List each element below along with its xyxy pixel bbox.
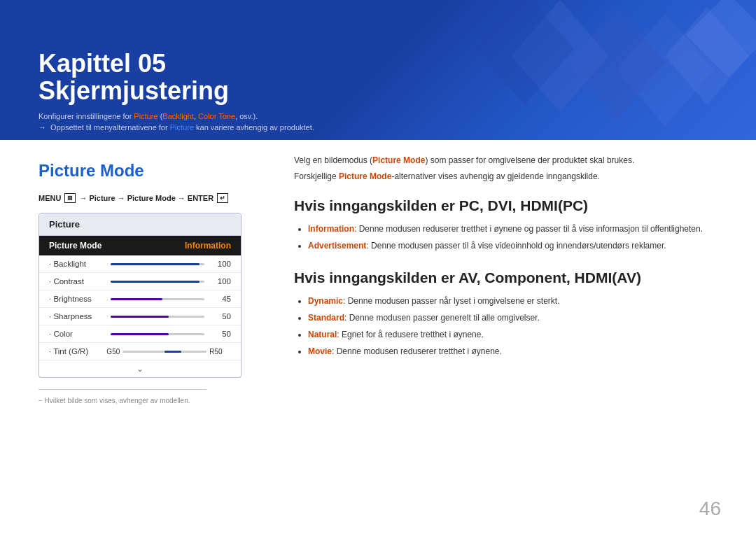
chapter-title: Skjermjustering: [38, 77, 229, 105]
tint-r-label: R50: [209, 348, 222, 356]
header-note1: Konfigurer innstillingene for Picture (B…: [38, 112, 258, 120]
arrow1: →: [79, 194, 87, 202]
brightness-fill: [111, 298, 162, 300]
header-decoration: [371, 0, 756, 140]
backlight-fill: [111, 263, 200, 265]
sharpness-fill: [111, 316, 169, 318]
brightness-bar: [111, 298, 204, 300]
intro-picture-mode: Picture Mode: [372, 155, 425, 165]
tint-row: · Tint (G/R) G50 R50: [39, 343, 241, 360]
right-panel: Velg en bildemodus (Picture Mode) som pa…: [280, 147, 756, 534]
sharpness-bar: [111, 316, 204, 318]
right-intro1: Velg en bildemodus (Picture Mode) som pa…: [294, 154, 728, 167]
selected-mode-value: Information: [185, 241, 231, 251]
section-title-picture-mode: Picture Mode: [38, 161, 241, 181]
tint-fill: [164, 351, 181, 353]
selected-mode-label: Picture Mode: [49, 241, 102, 251]
color-fill: [111, 333, 169, 335]
main-content: Picture Mode MENU ⊞ → Picture → Picture …: [0, 147, 756, 534]
bullet-advertisement: Advertisement: Denne modusen passer til …: [308, 239, 728, 252]
picture-box-header: Picture: [39, 213, 241, 236]
header-note2: → Oppsettet til menyalternativene for Pi…: [38, 123, 314, 132]
sharpness-value: 50: [210, 312, 231, 321]
color-bar: [111, 333, 204, 335]
brightness-label: · Brightness: [49, 295, 105, 303]
left-panel: Picture Mode MENU ⊞ → Picture → Picture …: [0, 147, 280, 534]
bullet-information: Information: Denne modusen reduserer tre…: [308, 223, 728, 235]
section1-bullets: Information: Denne modusen reduserer tre…: [294, 223, 728, 252]
chevron-row: ⌄: [39, 360, 241, 377]
page-number: 46: [699, 498, 721, 520]
color-value: 50: [210, 330, 231, 338]
keyword-standard: Standard: [308, 313, 344, 323]
menu-icon: ⊞: [64, 193, 76, 203]
left-footnote: − Hvilket bilde som vises, avhenger av m…: [38, 389, 206, 405]
note-orange3: Color Tone: [198, 112, 235, 120]
keyword-information: Information: [308, 224, 354, 234]
section2-bullets: Dynamic: Denne modusen passer når lyset …: [294, 295, 728, 358]
bullet-standard: Standard: Denne modusen passer generelt …: [308, 311, 728, 324]
bullet-natural: Natural: Egnet for å redusere tretthet i…: [308, 328, 728, 341]
keyword-dynamic: Dynamic: [308, 296, 343, 306]
contrast-value: 100: [210, 277, 231, 286]
contrast-bar: [111, 281, 204, 283]
contrast-fill: [111, 281, 200, 283]
chevron-down-icon: ⌄: [136, 364, 144, 374]
menu-picture-label: Picture: [89, 194, 115, 202]
header-text-block: Kapittel 05 Skjermjustering: [38, 50, 229, 105]
header-section: Kapittel 05 Skjermjustering Konfigurer i…: [0, 0, 756, 140]
backlight-label: · Backlight: [49, 260, 105, 268]
sharpness-row: · Sharpness 50: [39, 308, 241, 325]
note-blue1: Picture: [170, 123, 194, 132]
note-orange1: Picture: [134, 112, 158, 120]
keyword-movie: Movie: [308, 346, 332, 356]
section1-title: Hvis inngangskilden er PC, DVI, HDMI(PC): [294, 197, 728, 214]
picture-ui-box: Picture Picture Mode Information · Backl…: [38, 213, 241, 378]
sharpness-label: · Sharpness: [49, 312, 105, 321]
brightness-value: 45: [210, 295, 231, 303]
backlight-value: 100: [210, 260, 231, 268]
picture-mode-selected-row: Picture Mode Information: [39, 236, 241, 255]
color-row: · Color 50: [39, 325, 241, 343]
tint-bar: [122, 351, 206, 353]
tint-g-label: G50: [106, 348, 120, 356]
tint-label: · Tint (G/R): [49, 347, 98, 356]
note-orange2: Backlight: [162, 112, 194, 120]
chapter-label: Kapittel 05: [38, 50, 229, 78]
bullet-dynamic: Dynamic: Denne modusen passer når lyset …: [308, 295, 728, 307]
backlight-row: · Backlight 100: [39, 255, 241, 273]
brightness-row: · Brightness 45: [39, 290, 241, 308]
enter-icon: ↵: [217, 193, 228, 203]
footnote-text: − Hvilket bilde som vises, avhenger av m…: [38, 397, 206, 405]
keyword-advertisement: Advertisement: [308, 241, 366, 251]
right-intro2: Forskjellige Picture Mode-alternativer v…: [294, 170, 728, 183]
tint-bar-area: G50 R50: [98, 348, 231, 356]
keyword-natural: Natural: [308, 330, 337, 339]
bullet-movie: Movie: Denne modusen reduserer tretthet …: [308, 345, 728, 358]
menu-mode-label: Picture Mode: [127, 194, 176, 202]
contrast-label: · Contrast: [49, 277, 105, 286]
menu-path: MENU ⊞ → Picture → Picture Mode → ENTER …: [38, 193, 241, 203]
backlight-bar: [111, 263, 204, 265]
arrow2: →: [118, 194, 125, 202]
intro-picture-mode2: Picture Mode: [339, 171, 391, 181]
color-label: · Color: [49, 330, 105, 338]
menu-label: MENU: [38, 194, 61, 202]
contrast-row: · Contrast 100: [39, 273, 241, 290]
arrow3: → ENTER: [178, 194, 214, 202]
section2-title: Hvis inngangskilden er AV, Component, HD…: [294, 269, 728, 286]
